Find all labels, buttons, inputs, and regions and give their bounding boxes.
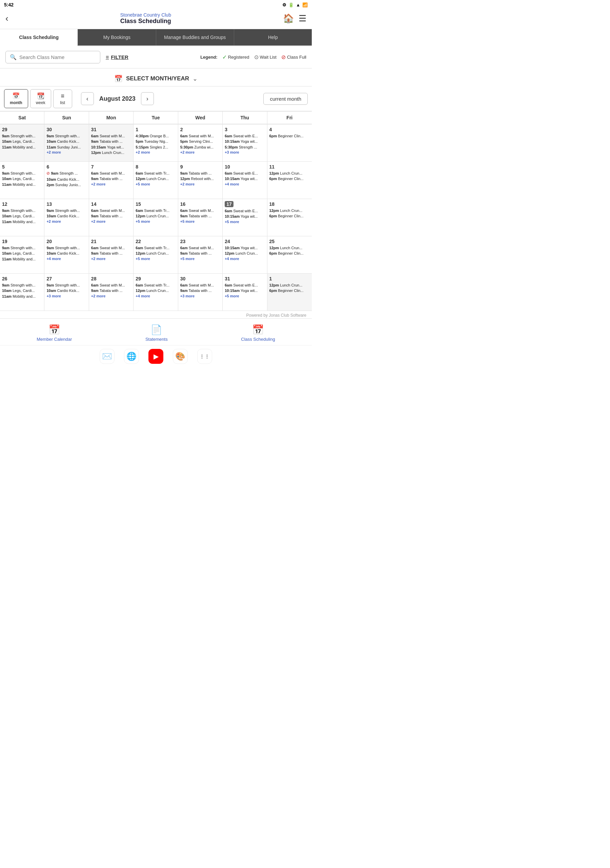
search-wrapper[interactable]: 🔍: [5, 51, 100, 64]
tab-class-scheduling[interactable]: Class Scheduling: [0, 29, 78, 46]
calendar-cell[interactable]: 59am Strength with...10am Legs, Cardi...…: [0, 162, 44, 199]
calendar-cell[interactable]: 26am Sweat with M...5pm Serving Clini...…: [178, 124, 223, 162]
calendar-event[interactable]: 10am Cardio Kick...: [46, 251, 87, 256]
calendar-event[interactable]: 9am Strength with...: [2, 283, 42, 288]
more-events[interactable]: +2 more: [91, 294, 131, 298]
calendar-event[interactable]: 6am Sweat with E...: [224, 209, 265, 213]
calendar-cell[interactable]: 1812pm Lunch Crun...6pm Beginner Clin...: [267, 199, 312, 236]
calendar-event[interactable]: 11am Sunday Juni...: [46, 145, 87, 150]
calendar-cell[interactable]: 286am Sweat with M...9am Tabata with ...…: [89, 274, 133, 311]
calendar-event[interactable]: 10am Legs, Cardi...: [2, 251, 42, 256]
calendar-event[interactable]: 6am Sweat with M...: [91, 245, 131, 250]
calendar-event[interactable]: 10am Legs, Cardi...: [2, 139, 42, 144]
calendar-event[interactable]: 6am Sweat with Tr...: [136, 245, 175, 250]
calendar-event[interactable]: 11am Mobility and...: [2, 219, 42, 224]
calendar-cell[interactable]: 316am Sweat with E...10:15am Yoga wit...…: [223, 274, 267, 311]
more-events[interactable]: +5 more: [180, 219, 220, 223]
more-events[interactable]: +5 more: [136, 257, 175, 261]
chrome-app[interactable]: 🌐: [124, 349, 139, 364]
calendar-cell[interactable]: 139am Strength with...10am Cardio Kick..…: [44, 199, 89, 236]
calendar-event[interactable]: 6pm Beginner Clin...: [269, 176, 310, 181]
calendar-event[interactable]: 12pm Lunch Crun...: [136, 288, 175, 293]
calendar-event[interactable]: 12pm Lunch Crun...: [269, 208, 310, 213]
more-events[interactable]: +2 more: [136, 150, 175, 154]
calendar-event[interactable]: 6am Sweat with M...: [91, 283, 131, 288]
calendar-event[interactable]: 9am Tabata with ...: [91, 288, 131, 293]
more-events[interactable]: +5 more: [136, 219, 175, 223]
calendar-cell[interactable]: 279am Strength with...10am Cardio Kick..…: [44, 274, 89, 311]
more-events[interactable]: +5 more: [136, 182, 175, 186]
calendar-event[interactable]: 6am Sweat with Tr...: [136, 283, 175, 288]
calendar-event[interactable]: 9am Strength with...: [46, 208, 87, 213]
calendar-event[interactable]: 12pm Lunch Crun...: [136, 251, 175, 256]
calendar-cell[interactable]: 129am Strength with...10am Legs, Cardi..…: [0, 199, 44, 236]
next-month-button[interactable]: ›: [141, 92, 154, 105]
calendar-cell[interactable]: 86am Sweat with Tr...12pm Lunch Crun...+…: [133, 162, 178, 199]
calendar-event[interactable]: 9am Strength with...: [2, 133, 42, 138]
calendar-cell[interactable]: 236am Sweat with M...9am Tabata with ...…: [178, 236, 223, 274]
calendar-cell[interactable]: 156am Sweat with Tr...12pm Lunch Crun...…: [133, 199, 178, 236]
menu-button[interactable]: ☰: [299, 13, 307, 24]
calendar-cell[interactable]: 176am Sweat with E...10:15am Yoga wit...…: [223, 199, 267, 236]
calendar-event[interactable]: 12pm Reboot with...: [180, 176, 220, 181]
home-button[interactable]: 🏠: [283, 13, 294, 24]
calendar-cell[interactable]: 296am Sweat with Tr...12pm Lunch Crun...…: [133, 274, 178, 311]
calendar-event[interactable]: 12pm Lunch Crun...: [269, 245, 310, 250]
calendar-event[interactable]: 9am Strength with...: [2, 171, 42, 176]
calendar-cell[interactable]: 306am Sweat with M...9am Tabata with ...…: [178, 274, 223, 311]
calendar-event[interactable]: 6am Sweat with E...: [224, 171, 265, 176]
calendar-event[interactable]: 6pm Beginner Clin...: [269, 133, 310, 138]
calendar-cell[interactable]: 146am Sweat with M...9am Tabata with ...…: [89, 199, 133, 236]
calendar-event[interactable]: 10am Legs, Cardi...: [2, 214, 42, 219]
calendar-event[interactable]: 11am Mobility and...: [2, 257, 42, 261]
more-events[interactable]: +2 more: [180, 150, 220, 154]
calendar-cell[interactable]: 2512pm Lunch Crun...6pm Beginner Clin...: [267, 236, 312, 274]
calendar-event[interactable]: 12pm Lunch Crun...: [224, 251, 265, 256]
calendar-cell[interactable]: 216am Sweat with M...9am Tabata with ...…: [89, 236, 133, 274]
calendar-cell[interactable]: 209am Strength with...10am Cardio Kick..…: [44, 236, 89, 274]
calendar-cell[interactable]: 99am Tabata with ...12pm Reboot with...+…: [178, 162, 223, 199]
more-events[interactable]: +2 more: [91, 257, 131, 261]
tab-my-bookings[interactable]: My Bookings: [78, 29, 156, 45]
calendar-event[interactable]: 4:30pm Orange B...: [136, 133, 175, 138]
calendar-event[interactable]: 9am Tabata with ...: [180, 214, 220, 219]
calendar-cell[interactable]: 6⊘ 9am Strength ...10am Cardio Kick...2p…: [44, 162, 89, 199]
calendar-event[interactable]: 5:30pm Zumba wi...: [180, 145, 220, 150]
calendar-event[interactable]: 6pm Beginner Clin...: [269, 214, 310, 219]
calendar-event[interactable]: 12pm Lunch Crun...: [269, 171, 310, 176]
calendar-event[interactable]: ⊘ 9am Strength ...: [46, 171, 87, 176]
calendar-event[interactable]: 11am Mobility and...: [2, 294, 42, 299]
calendar-event[interactable]: 6am Sweat with E...: [224, 133, 265, 138]
calendar-event[interactable]: 10am Cardio Kick...: [46, 177, 87, 182]
calendar-event[interactable]: 6pm Beginner Clin...: [269, 288, 310, 293]
calendar-event[interactable]: 6pm Beginner Clin...: [269, 251, 310, 256]
more-events[interactable]: +5 more: [180, 257, 220, 261]
calendar-event[interactable]: 9am Tabata with ...: [91, 176, 131, 181]
calendar-event[interactable]: 9am Strength with...: [46, 283, 87, 288]
footer-member-calendar[interactable]: 📅 Member Calendar: [37, 324, 72, 342]
calendar-cell[interactable]: 76am Sweat with M...9am Tabata with ...+…: [89, 162, 133, 199]
more-events[interactable]: +5 more: [224, 220, 265, 224]
list-view-button[interactable]: ≡ list: [53, 90, 72, 108]
calendar-cell[interactable]: 269am Strength with...10am Legs, Cardi..…: [0, 274, 44, 311]
more-events[interactable]: +4 more: [224, 182, 265, 186]
calendar-event[interactable]: 10am Legs, Cardi...: [2, 288, 42, 293]
youtube-app[interactable]: ▶: [149, 349, 163, 364]
calendar-event[interactable]: 10:15am Yoga wit...: [224, 214, 265, 219]
more-events[interactable]: +4 more: [46, 257, 87, 261]
calendar-event[interactable]: 10:15am Yoga wit...: [224, 176, 265, 181]
calendar-event[interactable]: 6am Sweat with M...: [180, 283, 220, 288]
calendar-event[interactable]: 6am Sweat with M...: [91, 133, 131, 138]
calendar-event[interactable]: 9am Tabata with ...: [91, 139, 131, 144]
calendar-event[interactable]: 9am Tabata with ...: [91, 251, 131, 256]
calendar-event[interactable]: 6am Sweat with Tr...: [136, 208, 175, 213]
calendar-cell[interactable]: 299am Strength with...10am Legs, Cardi..…: [0, 124, 44, 162]
month-view-button[interactable]: 📅 month: [4, 89, 28, 108]
calendar-event[interactable]: 9am Strength with...: [2, 245, 42, 250]
calendar-event[interactable]: 10am Cardio Kick...: [46, 214, 87, 219]
calendar-event[interactable]: 5:15pm Singles 2...: [136, 145, 175, 150]
calendar-event[interactable]: 6am Sweat with Tr...: [136, 171, 175, 176]
calendar-event[interactable]: 12pm Lunch Crun...: [136, 214, 175, 219]
footer-statements[interactable]: 📄 Statements: [146, 324, 168, 342]
calendar-event[interactable]: 11am Mobility and...: [2, 182, 42, 187]
